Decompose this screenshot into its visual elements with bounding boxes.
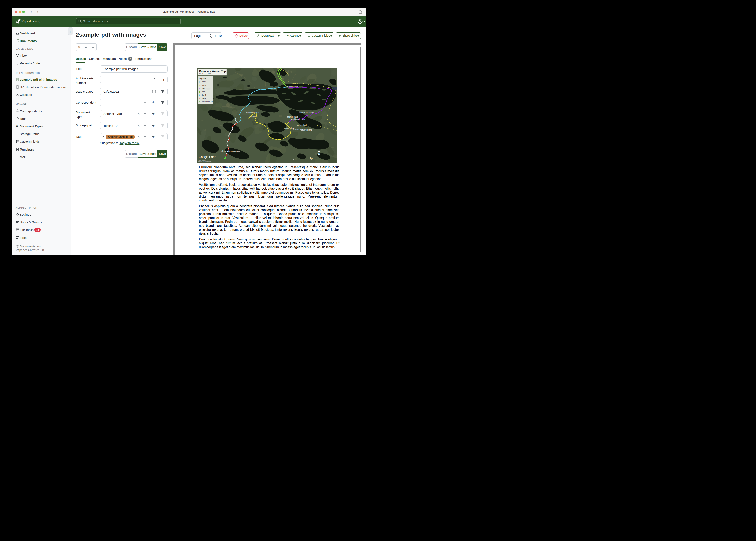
svg-text:Canoe Island: Canoe Island xyxy=(284,127,294,129)
svg-text:New York Island: New York Island xyxy=(246,112,259,114)
svg-text:Day 6: Day 6 xyxy=(202,97,206,99)
svg-text:Squirrel Island: Squirrel Island xyxy=(301,129,312,131)
svg-text:Day 3: Day 3 xyxy=(202,87,206,90)
svg-text:Legend: Legend xyxy=(199,78,206,80)
svg-text:Six days in BWCA: Six days in BWCA xyxy=(199,73,213,75)
svg-text:Half Dog Island: Half Dog Island xyxy=(286,116,298,118)
svg-text:Day 1: Day 1 xyxy=(202,81,206,83)
svg-text:Hausons Island: Hausons Island xyxy=(286,86,298,88)
svg-text:Indian Grave Island: Indian Grave Island xyxy=(299,112,314,114)
svg-text:Washington Island: Washington Island xyxy=(291,118,305,120)
svg-text:Day 4: Day 4 xyxy=(202,91,206,93)
svg-text:Entry Point 24: Entry Point 24 xyxy=(202,101,213,103)
svg-text:Google Earth: Google Earth xyxy=(199,155,216,159)
svg-text:Image © 2017 DigitalGlobe: Image © 2017 DigitalGlobe xyxy=(198,161,211,162)
svg-text:Boundary Waters Trip: Boundary Waters Trip xyxy=(199,70,226,73)
svg-text:Day 5: Day 5 xyxy=(202,94,206,96)
svg-text:Charlies Island: Charlies Island xyxy=(228,151,240,153)
svg-text:Lincoln Island: Lincoln Island xyxy=(296,124,307,126)
svg-text:Gary Island: Gary Island xyxy=(248,116,257,118)
svg-text:© 2017 Google: © 2017 Google xyxy=(198,160,206,161)
svg-text:N: N xyxy=(318,153,320,156)
svg-text:Day 2: Day 2 xyxy=(202,84,206,86)
svg-text:Mile Island: Mile Island xyxy=(221,150,229,152)
svg-text:Text: Text xyxy=(263,123,268,126)
svg-text:3 mi: 3 mi xyxy=(310,157,313,159)
